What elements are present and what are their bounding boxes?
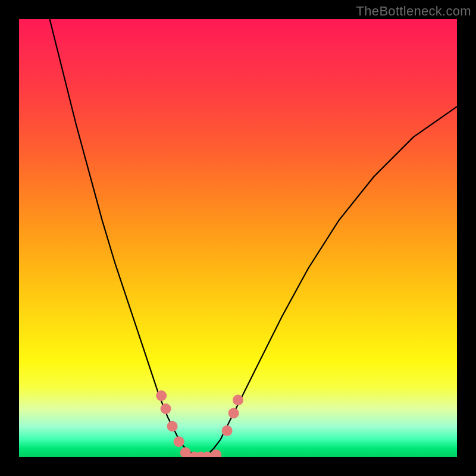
data-marker: [222, 425, 233, 436]
data-marker: [156, 390, 167, 401]
left-curve: [50, 19, 201, 457]
data-marker: [161, 403, 171, 414]
marker-group: [156, 390, 243, 457]
watermark-text: TheBottleneck.com: [356, 4, 471, 19]
data-marker: [228, 408, 239, 418]
curves-svg: [19, 19, 457, 457]
data-marker: [233, 394, 243, 405]
chart-frame: TheBottleneck.com: [0, 0, 476, 476]
plot-area: [19, 19, 457, 457]
data-marker: [174, 436, 184, 447]
data-marker: [167, 421, 178, 432]
